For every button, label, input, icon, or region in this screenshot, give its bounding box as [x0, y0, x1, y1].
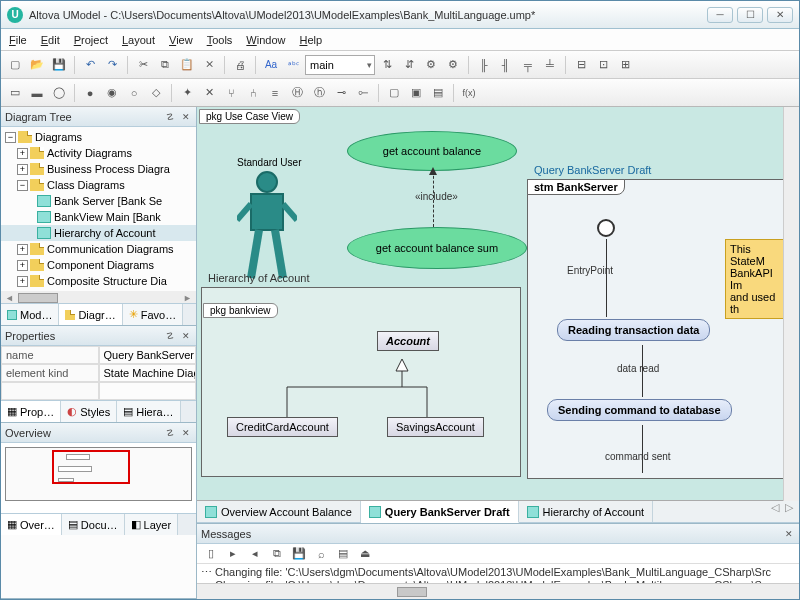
- menu-project[interactable]: Project: [74, 34, 108, 46]
- shape-oval-icon[interactable]: ◯: [49, 83, 69, 103]
- tree-selected[interactable]: Hierarchy of Account: [1, 225, 196, 241]
- msg-lock-icon[interactable]: ⏏: [355, 544, 375, 564]
- menu-file[interactable]: File: [9, 34, 27, 46]
- sync2-icon[interactable]: ⇵: [399, 55, 419, 75]
- tab-documentation[interactable]: ▤Docu…: [62, 514, 125, 535]
- properties-grid[interactable]: nameQuery BankServer element kindState M…: [1, 346, 196, 400]
- usecase-balance-sum[interactable]: get account balance sum: [347, 227, 527, 269]
- tab-model[interactable]: Mod…: [1, 304, 59, 325]
- gear-icon[interactable]: ⚙: [421, 55, 441, 75]
- join-icon[interactable]: ⑃: [243, 83, 263, 103]
- tab-next-icon[interactable]: ▷: [785, 501, 793, 522]
- class-account[interactable]: Account: [377, 331, 439, 351]
- msg-save-icon[interactable]: 💾: [289, 544, 309, 564]
- menu-layout[interactable]: Layout: [122, 34, 155, 46]
- tab-overview[interactable]: ▦Over…: [1, 514, 62, 535]
- new-icon[interactable]: ▢: [5, 55, 25, 75]
- close-panel-icon[interactable]: ✕: [180, 111, 192, 123]
- pin-icon[interactable]: ☡: [164, 427, 176, 439]
- node-dot-icon[interactable]: ●: [80, 83, 100, 103]
- close-panel-icon[interactable]: ✕: [180, 330, 192, 342]
- menu-tools[interactable]: Tools: [207, 34, 233, 46]
- diagram-tree[interactable]: −Diagrams +Activity Diagrams +Business P…: [1, 127, 196, 303]
- tab-properties[interactable]: ▦Prop…: [1, 401, 61, 422]
- messages-list[interactable]: ⋯ Changing file: 'C:\Users\dgm\Documents…: [197, 564, 799, 583]
- msg-prev-icon[interactable]: ◂: [245, 544, 265, 564]
- tab-hierarchy[interactable]: ▤Hiera…: [117, 401, 180, 422]
- messages-hscroll[interactable]: [197, 583, 799, 599]
- state-reading[interactable]: Reading transaction data: [557, 319, 710, 341]
- node-circle-icon[interactable]: ◉: [102, 83, 122, 103]
- pin-icon[interactable]: ☡: [164, 111, 176, 123]
- redo-icon[interactable]: ↷: [102, 55, 122, 75]
- align4-icon[interactable]: ╧: [540, 55, 560, 75]
- menu-edit[interactable]: Edit: [41, 34, 60, 46]
- undo-icon[interactable]: ↶: [80, 55, 100, 75]
- copy-icon[interactable]: ⧉: [155, 55, 175, 75]
- tab-prev-icon[interactable]: ◁: [771, 501, 779, 522]
- fork-icon[interactable]: ⑂: [221, 83, 241, 103]
- print-icon[interactable]: 🖨: [230, 55, 250, 75]
- cut-icon[interactable]: ✂: [133, 55, 153, 75]
- aa-icon[interactable]: Aa: [261, 55, 281, 75]
- open-icon[interactable]: 📂: [27, 55, 47, 75]
- shape-rect-icon[interactable]: ▭: [5, 83, 25, 103]
- box3-icon[interactable]: ▤: [428, 83, 448, 103]
- fx-icon[interactable]: f(x): [459, 83, 479, 103]
- gear2-icon[interactable]: ⚙: [443, 55, 463, 75]
- maximize-button[interactable]: ☐: [737, 7, 763, 23]
- dist3-icon[interactable]: ⊞: [615, 55, 635, 75]
- close-panel-icon[interactable]: ✕: [180, 427, 192, 439]
- pin-icon[interactable]: ☡: [164, 330, 176, 342]
- close-button[interactable]: ✕: [767, 7, 793, 23]
- minimize-button[interactable]: ─: [707, 7, 733, 23]
- conn2-icon[interactable]: ⟜: [353, 83, 373, 103]
- diagram-canvas[interactable]: pkg Use Case View Standard User get ac: [197, 107, 783, 501]
- msg-copy-icon[interactable]: ⧉: [267, 544, 287, 564]
- box1-icon[interactable]: ▢: [384, 83, 404, 103]
- cross-icon[interactable]: ✦: [177, 83, 197, 103]
- dist1-icon[interactable]: ⊟: [571, 55, 591, 75]
- conn-icon[interactable]: ⊸: [331, 83, 351, 103]
- shape-rect2-icon[interactable]: ▬: [27, 83, 47, 103]
- box2-icon[interactable]: ▣: [406, 83, 426, 103]
- msg-clear-icon[interactable]: ▯: [201, 544, 221, 564]
- usecase-balance[interactable]: get account balance: [347, 131, 517, 171]
- note[interactable]: This StateM BankAPI Im and used th: [725, 239, 783, 319]
- close-panel-icon[interactable]: ✕: [783, 528, 795, 540]
- doctab-query[interactable]: Query BankServer Draft: [361, 501, 519, 523]
- menu-window[interactable]: Window: [246, 34, 285, 46]
- node-diamond-icon[interactable]: ◇: [146, 83, 166, 103]
- branch-combo[interactable]: main: [305, 55, 375, 75]
- doctab-overview[interactable]: Overview Account Balance: [197, 501, 361, 522]
- canvas-vscroll[interactable]: [783, 107, 799, 501]
- menu-help[interactable]: Help: [300, 34, 323, 46]
- tab-diagram[interactable]: Diagr…: [59, 304, 122, 325]
- menu-view[interactable]: View: [169, 34, 193, 46]
- msg-filter-icon[interactable]: ▤: [333, 544, 353, 564]
- delete-icon[interactable]: ⨯: [199, 55, 219, 75]
- doctab-hierarchy[interactable]: Hierarchy of Account: [519, 501, 654, 522]
- abc-icon[interactable]: ᵃᵇᶜ: [283, 55, 303, 75]
- bars-icon[interactable]: ≡: [265, 83, 285, 103]
- node-ring-icon[interactable]: ○: [124, 83, 144, 103]
- align1-icon[interactable]: ╟: [474, 55, 494, 75]
- sync-icon[interactable]: ⇅: [377, 55, 397, 75]
- msg-next-icon[interactable]: ▸: [223, 544, 243, 564]
- expand-icon[interactable]: −: [5, 132, 16, 143]
- msg-find-icon[interactable]: ⌕: [311, 544, 331, 564]
- actor[interactable]: Standard User: [237, 157, 301, 280]
- hist-icon[interactable]: Ⓗ: [287, 83, 307, 103]
- align3-icon[interactable]: ╤: [518, 55, 538, 75]
- tab-layer[interactable]: ◧Layer: [125, 514, 179, 535]
- state-sending[interactable]: Sending command to database: [547, 399, 732, 421]
- save-icon[interactable]: 💾: [49, 55, 69, 75]
- tab-styles[interactable]: ◐Styles: [61, 401, 117, 422]
- entrypoint-node[interactable]: [597, 219, 615, 237]
- overview-canvas[interactable]: [1, 443, 196, 513]
- tab-favorites[interactable]: ✳Favo…: [123, 304, 183, 325]
- align2-icon[interactable]: ╢: [496, 55, 516, 75]
- paste-icon[interactable]: 📋: [177, 55, 197, 75]
- dist2-icon[interactable]: ⊡: [593, 55, 613, 75]
- hist2-icon[interactable]: ⓗ: [309, 83, 329, 103]
